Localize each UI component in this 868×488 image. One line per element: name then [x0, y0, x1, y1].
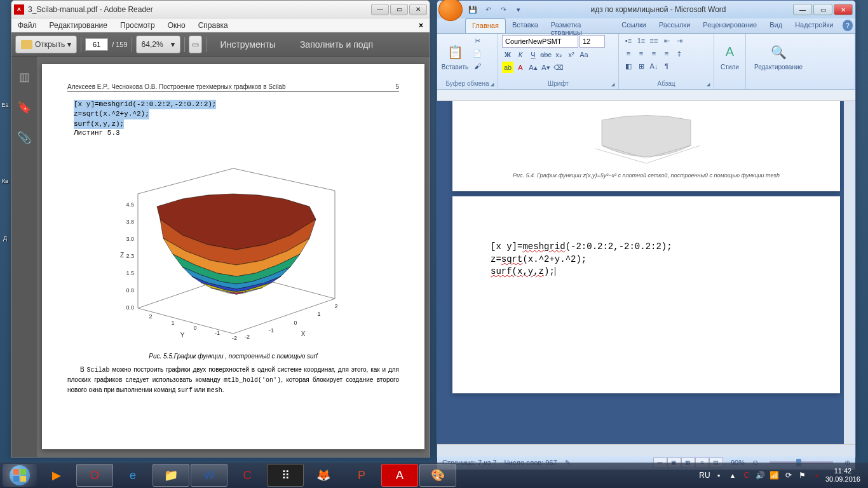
tab-view[interactable]: Вид — [763, 18, 789, 33]
code-text[interactable]: [x y]=meshgrid(-2:0.2:2,-2:0.2:2); z=sqr… — [491, 241, 802, 278]
taskbar-app-comodo[interactable]: C — [229, 464, 266, 487]
doc-close-button[interactable]: × — [415, 21, 427, 30]
view-mode-button[interactable]: ▭ — [189, 36, 202, 53]
multilevel-button[interactable]: ≡≡ — [648, 35, 660, 46]
underline-button[interactable]: Ч — [527, 49, 539, 60]
tray-network-icon[interactable]: 📶 — [770, 470, 780, 480]
fill-sign-button[interactable]: Заполнить и подп — [290, 36, 383, 53]
shading-button[interactable]: ◧ — [623, 60, 634, 72]
desktop-icon[interactable]: Д — [0, 235, 10, 273]
tray-show-hidden-icon[interactable]: ▴ — [728, 470, 738, 480]
menu-view[interactable]: Просмотр — [116, 20, 159, 31]
line-spacing-button[interactable]: ‡ — [674, 48, 685, 59]
horizontal-scrollbar[interactable] — [437, 444, 855, 456]
tray-app-icon[interactable]: ▪ — [811, 470, 822, 480]
tray-volume-icon[interactable]: 🔊 — [756, 470, 766, 480]
show-marks-button[interactable]: ¶ — [661, 60, 672, 72]
taskbar-app-black[interactable]: ⠿ — [267, 464, 304, 487]
maximize-button[interactable]: ▭ — [390, 4, 408, 15]
start-button[interactable] — [3, 464, 37, 487]
close-button[interactable]: ✕ — [834, 4, 853, 15]
italic-button[interactable]: К — [515, 49, 526, 60]
tray-sync-icon[interactable]: ⟳ — [783, 470, 794, 480]
maximize-button[interactable]: ▭ — [813, 4, 832, 15]
bullets-button[interactable]: •≡ — [623, 35, 634, 46]
tray-nvidia-icon[interactable]: ▪ — [714, 470, 724, 480]
cut-icon[interactable]: ✂ — [471, 35, 483, 46]
copy-icon[interactable]: 📄 — [471, 48, 483, 59]
align-left-button[interactable]: ≡ — [623, 48, 634, 59]
tab-insert[interactable]: Вставка — [506, 18, 545, 33]
taskbar-app-powerpoint[interactable]: P — [343, 464, 380, 487]
highlight-button[interactable]: ab — [502, 62, 513, 73]
format-painter-icon[interactable]: 🖌 — [471, 60, 483, 72]
bold-button[interactable]: Ж — [502, 49, 513, 60]
menu-window[interactable]: Окно — [164, 20, 189, 31]
align-right-button[interactable]: ≡ — [648, 48, 660, 59]
attachment-icon[interactable]: 📎 — [17, 130, 32, 146]
shrink-font-button[interactable]: A▾ — [540, 62, 552, 73]
open-button[interactable]: Открыть ▾ — [15, 36, 77, 53]
grow-font-button[interactable]: A▴ — [527, 62, 539, 73]
ruler[interactable] — [437, 90, 855, 101]
menu-file[interactable]: Файл — [14, 20, 41, 31]
redo-icon[interactable]: ↷ — [497, 4, 510, 15]
clear-format-button[interactable]: ⌫ — [553, 62, 564, 73]
menu-edit[interactable]: Редактирование — [46, 20, 111, 31]
vertical-scrollbar[interactable] — [844, 101, 855, 444]
font-color-button[interactable]: A — [515, 62, 526, 73]
desktop-icon[interactable]: Ка — [0, 178, 10, 216]
change-case-button[interactable]: Aa — [578, 49, 590, 60]
tab-review[interactable]: Рецензирование — [696, 18, 763, 33]
taskbar-app-firefox[interactable]: 🦊 — [305, 464, 342, 487]
tab-page-layout[interactable]: Разметка страницы — [545, 18, 615, 33]
save-icon[interactable]: 💾 — [466, 4, 479, 15]
sort-button[interactable]: A↓ — [648, 60, 660, 72]
taskbar-app-adobe[interactable]: A — [381, 464, 418, 487]
word-titlebar[interactable]: 💾 ↶ ↷ ▾ идз по кормилицыной - Microsoft … — [437, 1, 855, 18]
desktop-icon[interactable]: Ea — [0, 102, 10, 140]
indent-right-button[interactable]: ⇥ — [674, 35, 685, 46]
taskbar-app-explorer[interactable]: 📁 — [153, 464, 189, 487]
superscript-button[interactable]: x² — [566, 49, 577, 60]
clock[interactable]: 11:42 30.09.2016 — [825, 467, 860, 484]
strike-button[interactable]: abc — [540, 49, 552, 60]
tray-flag-icon[interactable]: ⚑ — [797, 470, 808, 480]
qat-dropdown-icon[interactable]: ▾ — [512, 4, 525, 15]
menu-help[interactable]: Справка — [194, 20, 232, 31]
taskbar-app-word[interactable]: W — [191, 464, 227, 487]
font-name-combo[interactable]: CourierNewPSMT — [502, 35, 578, 48]
zoom-combo[interactable]: 64,2% ▾ — [136, 36, 180, 53]
thumbnails-icon[interactable]: ▥ — [17, 69, 32, 85]
styles-button[interactable]: A Стили — [718, 35, 742, 77]
paste-button[interactable]: 📋 Вставить — [441, 35, 469, 77]
undo-icon[interactable]: ↶ — [482, 4, 494, 15]
tray-security-icon[interactable]: C — [742, 470, 752, 480]
lang-indicator[interactable]: RU — [700, 470, 710, 480]
tab-addins[interactable]: Надстройки — [789, 18, 839, 33]
tab-references[interactable]: Ссылки — [615, 18, 653, 33]
font-size-combo[interactable]: 12 — [580, 35, 605, 48]
help-icon[interactable]: ? — [843, 20, 853, 31]
editing-button[interactable]: 🔍 Редактирование — [750, 35, 807, 77]
numbering-button[interactable]: 1≡ — [635, 35, 647, 46]
minimize-button[interactable]: — — [371, 4, 389, 15]
taskbar-app-media[interactable]: ▶ — [38, 464, 75, 487]
document-area[interactable]: Рис. 5.4. График функции z(x,y)=5y²−x² с… — [437, 101, 855, 444]
taskbar-app-ie[interactable]: e — [114, 464, 151, 487]
tab-mailings[interactable]: Рассылки — [653, 18, 696, 33]
adobe-page-area[interactable]: Алексеев Е.Р., Чеснокова О.В. Построение… — [37, 57, 430, 457]
subscript-button[interactable]: x₂ — [553, 49, 564, 60]
close-button[interactable]: ✕ — [409, 4, 427, 15]
taskbar-app-paint[interactable]: 🎨 — [419, 464, 456, 487]
tab-home[interactable]: Главная — [465, 18, 506, 33]
minimize-button[interactable]: — — [793, 4, 812, 15]
page-number-input[interactable] — [85, 38, 108, 51]
bookmark-icon[interactable]: 🔖 — [17, 100, 32, 115]
justify-button[interactable]: ≡ — [661, 48, 672, 59]
align-center-button[interactable]: ≡ — [635, 48, 647, 59]
adobe-titlebar[interactable]: A 3_Scilab-manual.pdf - Adobe Reader — ▭… — [11, 1, 430, 18]
indent-left-button[interactable]: ⇤ — [661, 35, 672, 46]
taskbar-app-opera[interactable]: O — [76, 464, 113, 487]
borders-button[interactable]: ⊞ — [635, 60, 647, 72]
